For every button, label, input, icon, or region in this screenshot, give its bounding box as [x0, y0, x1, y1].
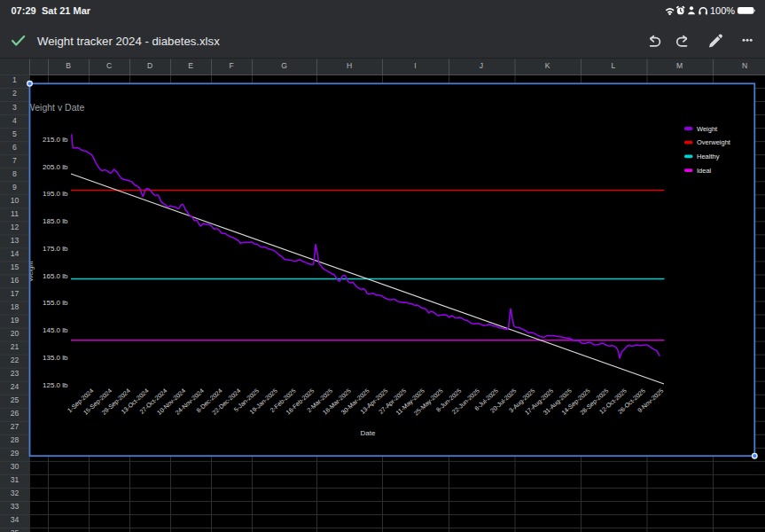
svg-text:12: 12: [11, 223, 20, 231]
svg-text:195.0 lb: 195.0 lb: [43, 190, 68, 198]
svg-text:K: K: [545, 61, 550, 70]
svg-text:20: 20: [11, 329, 20, 338]
svg-text:3: 3: [12, 103, 17, 112]
svg-text:25: 25: [11, 395, 20, 404]
svg-text:32: 32: [11, 489, 20, 497]
svg-text:1: 1: [12, 75, 17, 84]
svg-text:19: 19: [11, 316, 20, 325]
svg-text:D: D: [147, 61, 152, 70]
svg-text:I: I: [414, 61, 416, 70]
svg-text:7: 7: [12, 156, 17, 165]
svg-text:24: 24: [11, 382, 20, 391]
svg-text:Healthy: Healthy: [697, 153, 720, 160]
svg-text:10: 10: [11, 196, 20, 205]
svg-text:Overweight: Overweight: [697, 138, 731, 146]
svg-text:C: C: [106, 61, 112, 70]
svg-text:21: 21: [11, 342, 20, 351]
svg-text:Weight: Weight: [697, 125, 718, 133]
svg-text:Ideal: Ideal: [697, 167, 712, 175]
svg-text:33: 33: [11, 502, 20, 511]
svg-text:165.0 lb: 165.0 lb: [43, 272, 68, 280]
svg-text:H: H: [347, 61, 352, 70]
svg-text:5: 5: [12, 129, 17, 138]
svg-text:215.0 lb: 215.0 lb: [43, 136, 68, 144]
svg-text:Date: Date: [361, 429, 376, 437]
svg-text:G: G: [281, 61, 287, 70]
svg-text:E: E: [188, 61, 193, 70]
svg-text:22: 22: [11, 356, 20, 364]
svg-text:M: M: [676, 61, 683, 70]
svg-text:30: 30: [11, 462, 20, 471]
svg-text:125.0 lb: 125.0 lb: [43, 381, 68, 389]
svg-text:26: 26: [11, 409, 20, 418]
svg-text:18: 18: [11, 302, 20, 311]
svg-text:17: 17: [11, 289, 20, 298]
svg-text:13: 13: [11, 236, 20, 245]
svg-text:8: 8: [12, 169, 17, 178]
svg-text:11: 11: [11, 209, 19, 218]
svg-text:31: 31: [11, 475, 20, 484]
svg-text:4: 4: [12, 116, 17, 125]
svg-text:27: 27: [11, 422, 20, 431]
svg-text:135.0 lb: 135.0 lb: [43, 354, 68, 362]
svg-text:185.0 lb: 185.0 lb: [43, 217, 68, 225]
svg-text:145.0 lb: 145.0 lb: [43, 326, 68, 334]
svg-text:155.0 lb: 155.0 lb: [43, 299, 68, 307]
svg-text:9: 9: [12, 183, 17, 192]
svg-text:16: 16: [11, 276, 20, 285]
svg-text:L: L: [612, 61, 616, 70]
svg-text:Weight v Date: Weight v Date: [27, 102, 85, 113]
svg-text:2: 2: [12, 89, 17, 98]
svg-text:175.0 lb: 175.0 lb: [43, 245, 68, 253]
svg-text:34: 34: [11, 515, 20, 524]
svg-text:J: J: [480, 61, 483, 70]
svg-text:23: 23: [11, 369, 20, 378]
svg-text:28: 28: [11, 435, 20, 444]
svg-text:B: B: [66, 61, 71, 70]
svg-text:15: 15: [11, 262, 20, 271]
svg-text:29: 29: [11, 449, 20, 458]
svg-text:6: 6: [12, 143, 17, 152]
svg-text:205.0 lb: 205.0 lb: [43, 163, 68, 171]
svg-text:F: F: [229, 61, 233, 70]
svg-text:N: N: [742, 61, 747, 70]
svg-text:35: 35: [11, 528, 20, 532]
svg-text:14: 14: [11, 249, 20, 258]
